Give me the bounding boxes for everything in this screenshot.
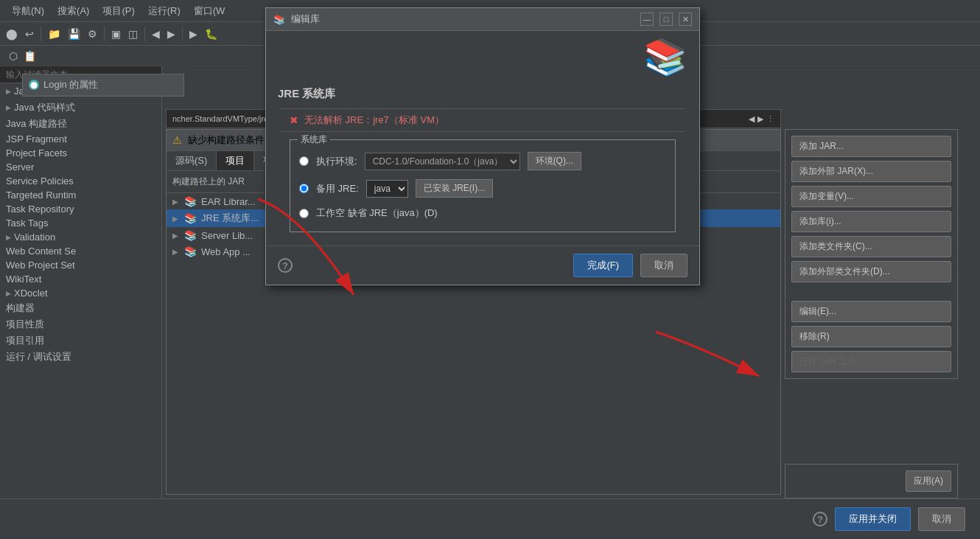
apply-button[interactable]: 应用(A) — [906, 470, 951, 492]
warning-icon: ⚠ — [172, 134, 182, 146]
book-decoration-icon: 📚 — [643, 37, 687, 78]
close-button[interactable]: ✕ — [679, 13, 692, 26]
menu-navigate[interactable]: 导航(N) — [6, 2, 50, 20]
tab-source[interactable]: 源码(S) — [167, 151, 217, 170]
tab-project[interactable]: 项目 — [217, 151, 254, 170]
tree-item-java-code[interactable]: Java 代码样式 — [0, 100, 161, 116]
installed-jre-button[interactable]: 已安装 JRE(I)... — [416, 179, 493, 198]
nav-fwd-icon[interactable]: ▶ — [757, 114, 763, 124]
menu-window[interactable]: 窗口(W — [188, 2, 231, 20]
tree-item-task-repository[interactable]: Task Repository — [0, 202, 161, 216]
bottom-bar: ? 应用并关闭 取消 — [0, 498, 980, 539]
cancel-main-button[interactable]: 取消 — [918, 507, 965, 531]
edit-button[interactable]: 编辑(E)... — [791, 301, 951, 322]
error-message: 无法解析 JRE：jre7（标准 VM） — [304, 114, 444, 127]
expand-icon: ▶ — [172, 198, 178, 206]
properties-icon: ⬤ — [29, 80, 39, 90]
maximize-button[interactable]: □ — [659, 13, 673, 26]
tree-item-targeted-runtime[interactable]: Targeted Runtim — [0, 188, 161, 202]
menu-run[interactable]: 运行(R) — [142, 2, 186, 20]
remove-button[interactable]: 移除(R) — [791, 326, 951, 347]
toolbar-btn-1[interactable]: ⬤ — [3, 27, 21, 41]
tree-item-validation[interactable]: Validation — [0, 230, 161, 244]
alt-jre-label: 备用 JRE: — [316, 182, 359, 195]
properties-window: ⬤ Login 的属性 — [22, 74, 184, 97]
jre-title: JRE 系统库 — [278, 87, 687, 101]
minimize-button[interactable]: — — [640, 13, 654, 26]
tree-item-web-content[interactable]: Web Content Se — [0, 244, 161, 258]
dialog-title-bar: 📚 编辑库 — □ ✕ — [266, 8, 699, 31]
tree-item-project-nature[interactable]: 项目性质 — [0, 316, 161, 333]
add-external-jar-button[interactable]: 添加外部 JAR(X)... — [791, 161, 951, 182]
toolbar-btn-fwd[interactable]: ▶ — [164, 27, 178, 41]
path-text: ncher.StandardVMType/jre7 — [172, 114, 273, 123]
toolbar-btn-6[interactable]: ▣ — [108, 27, 124, 41]
migrate-jar-button[interactable]: 迁移 JAR 文件... — [791, 351, 951, 372]
finish-button[interactable]: 完成(F) — [573, 254, 633, 277]
add-class-folder-button[interactable]: 添加类文件夹(C)... — [791, 236, 951, 257]
radio-alt-jre-input[interactable] — [299, 184, 309, 193]
tree-item-task-tags[interactable]: Task Tags — [0, 216, 161, 230]
error-icon: ✖ — [290, 114, 298, 126]
menu-project[interactable]: 项目(P) — [97, 2, 140, 20]
tree-item-service-policies[interactable]: Service Policies — [0, 174, 161, 188]
jre-section: JRE 系统库 ✖ 无法解析 JRE：jre7（标准 VM） 系统库 执行环境:… — [266, 78, 699, 246]
tree-item-web-project[interactable]: Web Project Set — [0, 258, 161, 272]
exec-env-label: 执行环境: — [316, 155, 357, 168]
tree-item-builders[interactable]: 构建器 — [0, 300, 161, 316]
add-variable-button[interactable]: 添加变量(V)... — [791, 186, 951, 207]
nav-menu-icon[interactable]: ⋮ — [766, 114, 774, 124]
dialog-help-button[interactable]: ? — [278, 258, 293, 273]
tree-item-project-ref[interactable]: 项目引用 — [0, 333, 161, 349]
dialog-footer-btns: 完成(F) 取消 — [573, 254, 687, 277]
toolbar-btn-3[interactable]: 📁 — [45, 27, 63, 41]
apply-close-button[interactable]: 应用并关闭 — [835, 507, 911, 531]
apply-bar: 应用(A) — [785, 464, 958, 498]
toolbar-btn-7[interactable]: ◫ — [125, 27, 141, 41]
toolbar-btn-run[interactable]: ▶ — [186, 27, 200, 41]
error-bar: ✖ 无法解析 JRE：jre7（标准 VM） — [281, 108, 685, 132]
system-lib-box: 系统库 执行环境: CDC-1.0/Foundation-1.0（java） 环… — [290, 139, 676, 232]
dialog-title-text: 编辑库 — [291, 13, 320, 26]
toolbar-btn-5[interactable]: ⚙ — [85, 27, 100, 41]
radio-alt-jre: 备用 JRE: java 已安装 JRE(I)... — [299, 175, 666, 202]
properties-title: Login 的属性 — [43, 78, 98, 91]
radio-exec-env-input[interactable] — [299, 156, 309, 166]
alt-jre-select[interactable]: java — [366, 180, 408, 198]
library-icon: 📚 — [184, 195, 197, 207]
tree-item-xdoclet[interactable]: XDoclet — [0, 286, 161, 300]
dialog-icon: 📚 — [273, 14, 285, 25]
dialog-cancel-button[interactable]: 取消 — [640, 254, 687, 277]
exec-env-select[interactable]: CDC-1.0/Foundation-1.0（java） — [365, 153, 520, 170]
right-buttons-panel: 添加 JAR... 添加外部 JAR(X)... 添加变量(V)... 添加库(… — [785, 129, 958, 379]
menu-search[interactable]: 搜索(A) — [52, 2, 95, 20]
add-jar-button[interactable]: 添加 JAR... — [791, 136, 951, 157]
dialog-controls: — □ ✕ — [640, 13, 692, 26]
server-library-icon: 📚 — [184, 229, 197, 241]
toolbar2-btn2[interactable]: 📋 — [21, 49, 39, 63]
tree-view: Java 编译器 Java 代码样式 Java 构建路径 JSP Fragmen… — [0, 83, 161, 530]
tree-item-wikitext[interactable]: WikiText — [0, 272, 161, 286]
toolbar2-btn1[interactable]: ⬡ — [6, 49, 21, 63]
webapp-library-icon: 📚 — [184, 246, 197, 257]
tree-item-facets[interactable]: Project Facets — [0, 146, 161, 160]
tree-item-java-build[interactable]: Java 构建路径 — [0, 116, 161, 132]
radio-workspace-input[interactable] — [299, 209, 309, 218]
help-button[interactable]: ? — [813, 512, 827, 526]
add-external-class-folder-button[interactable]: 添加外部类文件夹(D)... — [791, 261, 951, 282]
toolbar-btn-debug[interactable]: 🐛 — [202, 27, 220, 41]
tree-item-server[interactable]: Server — [0, 160, 161, 174]
workspace-label: 工作空 缺省 JRE（java）(D) — [316, 206, 438, 220]
sidebar: Java 编译器 Java 代码样式 Java 构建路径 JSP Fragmen… — [0, 66, 162, 539]
radio-workspace: 工作空 缺省 JRE（java）(D) — [299, 202, 666, 224]
env-button[interactable]: 环境(Q)... — [528, 152, 581, 170]
tree-item-run-debug[interactable]: 运行 / 调试设置 — [0, 349, 161, 365]
expand-icon-jre: ▶ — [172, 215, 178, 223]
add-library-button[interactable]: 添加库(i)... — [791, 211, 951, 232]
toolbar-btn-2[interactable]: ↩ — [22, 27, 37, 41]
toolbar-btn-4[interactable]: 💾 — [65, 27, 83, 41]
dialog-bottom: ? 完成(F) 取消 — [266, 246, 699, 285]
nav-back-icon[interactable]: ◀ — [749, 114, 755, 124]
tree-item-jsp[interactable]: JSP Fragment — [0, 132, 161, 146]
toolbar-btn-back[interactable]: ◀ — [149, 27, 163, 41]
